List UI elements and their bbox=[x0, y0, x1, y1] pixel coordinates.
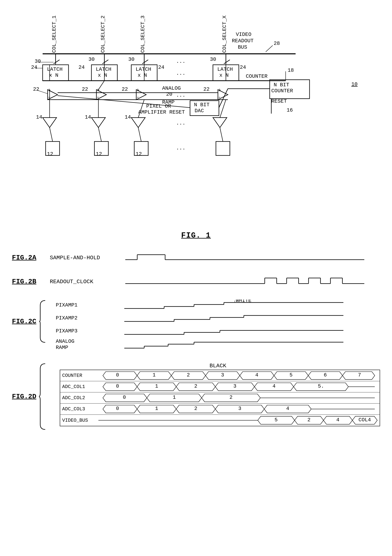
svg-text:12: 12 bbox=[47, 151, 53, 157]
svg-text:3: 3 bbox=[238, 406, 241, 412]
svg-text:N BIT: N BIT bbox=[274, 82, 289, 88]
svg-line-5 bbox=[266, 46, 273, 52]
svg-text:2: 2 bbox=[194, 406, 197, 412]
fig2d-counter-row: COUNTER 0 1 2 3 bbox=[60, 370, 380, 381]
fig2d-black-label: BLACK bbox=[56, 363, 380, 369]
svg-marker-90 bbox=[213, 118, 227, 128]
svg-text:3: 3 bbox=[234, 384, 236, 389]
fig2d-adccol2-label: ADC_COL2 bbox=[60, 395, 96, 401]
fig2b-waveform bbox=[110, 276, 380, 288]
svg-text:5: 5 bbox=[274, 417, 278, 423]
fig2d-adccol2-wave: 0 1 2 bbox=[96, 392, 380, 403]
svg-text:30: 30 bbox=[210, 56, 216, 62]
fig2c-pixamp3-row: PIXAMP3 bbox=[56, 325, 380, 336]
fig2d-signals-box: COUNTER 0 1 2 3 bbox=[60, 370, 380, 426]
svg-text:5.: 5. bbox=[318, 384, 324, 389]
fig2c-pixamp1-row: PIXAMP1 WHITE bbox=[56, 300, 380, 310]
svg-line-102 bbox=[138, 128, 141, 141]
fig2a-row: FIG.2A SAMPLE-AND-HOLD bbox=[12, 252, 380, 264]
fig2d-adccol1-label: ADC_COL1 bbox=[60, 384, 96, 389]
fig2d-counter-label: COUNTER bbox=[60, 373, 96, 378]
svg-text:COUNTER: COUNTER bbox=[271, 88, 293, 94]
fig1-title-text: FIG. 1 bbox=[181, 231, 211, 240]
svg-text:ANALOG: ANALOG bbox=[162, 85, 181, 91]
svg-text:0: 0 bbox=[116, 406, 119, 412]
svg-text:7: 7 bbox=[358, 372, 361, 378]
svg-text:10: 10 bbox=[351, 81, 358, 87]
fig2d-label-area: FIG.2D bbox=[12, 363, 52, 431]
fig2a-waveform bbox=[110, 252, 380, 264]
fig2a-label: FIG.2A bbox=[12, 254, 44, 262]
fig2b-signal-label: READOUT_CLOCK bbox=[50, 278, 106, 285]
fig2d-adccol1-row: ADC_COL1 0 1 2 3 4 bbox=[60, 381, 380, 392]
svg-text:WHITE: WHITE bbox=[236, 300, 251, 303]
fig2c-pixamp2-label: PIXAMP2 bbox=[56, 315, 88, 321]
svg-text:4: 4 bbox=[286, 406, 289, 412]
svg-text:N BIT: N BIT bbox=[194, 102, 210, 108]
svg-text:2: 2 bbox=[187, 372, 190, 378]
fig2d-videobus-label: VIDEO_BUS bbox=[60, 418, 96, 423]
svg-text:24: 24 bbox=[158, 64, 164, 70]
svg-text:READOUT: READOUT bbox=[232, 38, 254, 44]
svg-text:1: 1 bbox=[155, 384, 158, 389]
svg-text:12: 12 bbox=[96, 151, 102, 157]
svg-text:1: 1 bbox=[173, 395, 176, 401]
svg-text:LATCH: LATCH bbox=[136, 66, 151, 72]
svg-line-15 bbox=[102, 60, 108, 64]
fig2c-label-area: FIG.2C bbox=[12, 300, 52, 343]
fig2c-signals: PIXAMP1 WHITE PIXAMP2 bbox=[56, 300, 380, 351]
svg-text:4: 4 bbox=[336, 417, 339, 423]
svg-text:0: 0 bbox=[123, 395, 126, 401]
svg-text:20: 20 bbox=[166, 91, 172, 97]
svg-text:24: 24 bbox=[78, 64, 85, 70]
fig1-label: FIG. 1 bbox=[12, 231, 380, 240]
svg-text:VIDEO: VIDEO bbox=[236, 31, 251, 38]
svg-text:...: ... bbox=[176, 92, 185, 98]
fig2c-pixamp2-row: PIXAMP2 bbox=[56, 312, 380, 324]
fig2d-videobus-wave: 5 2 4 COL4 bbox=[96, 415, 380, 426]
svg-text:LATCH: LATCH bbox=[217, 66, 233, 72]
svg-line-18 bbox=[142, 60, 148, 64]
fig2d-adccol3-wave: 0 1 2 3 4 bbox=[96, 403, 380, 415]
svg-text:12: 12 bbox=[136, 151, 142, 157]
svg-text:COL_SELECT_X: COL_SELECT_X bbox=[221, 15, 227, 53]
svg-text:0: 0 bbox=[116, 372, 119, 378]
svg-text:LATCH: LATCH bbox=[96, 66, 111, 72]
svg-text:30: 30 bbox=[128, 56, 135, 62]
svg-text:x N: x N bbox=[98, 72, 107, 78]
svg-text:x N: x N bbox=[219, 72, 229, 78]
svg-text:...: ... bbox=[176, 58, 185, 64]
svg-text:COL4: COL4 bbox=[359, 417, 371, 423]
fig2a-signal-label: SAMPLE-AND-HOLD bbox=[50, 255, 106, 261]
svg-text:30: 30 bbox=[88, 56, 95, 62]
fig2d-videobus-row: VIDEO_BUS 5 2 4 COL4 bbox=[60, 415, 380, 426]
fig2d-adccol1-wave: 0 1 2 3 4 5. bbox=[96, 381, 380, 392]
svg-text:2: 2 bbox=[194, 384, 197, 389]
fig2d-counter-wave: 0 1 2 3 4 5 6 bbox=[96, 370, 380, 381]
svg-text:5: 5 bbox=[289, 372, 292, 378]
svg-text:0: 0 bbox=[116, 384, 119, 389]
svg-text:+: + bbox=[48, 87, 51, 93]
fig2c-container: FIG.2C PIXAMP1 WHITE bbox=[12, 300, 380, 351]
fig2b-label: FIG.2B bbox=[12, 278, 44, 285]
svg-rect-98 bbox=[216, 141, 230, 155]
svg-marker-185 bbox=[103, 383, 137, 391]
svg-text:...: ... bbox=[176, 145, 185, 151]
svg-line-11 bbox=[53, 60, 60, 64]
svg-text:1: 1 bbox=[155, 406, 158, 412]
fig2b-row: FIG.2B READOUT_CLOCK bbox=[12, 276, 380, 288]
svg-text:RESET: RESET bbox=[271, 98, 287, 104]
svg-text:COL_SELECT_1: COL_SELECT_1 bbox=[51, 15, 57, 53]
fig2c-pixamp1-label: PIXAMP1 bbox=[56, 302, 88, 308]
svg-text:PIXEL OR: PIXEL OR bbox=[146, 103, 171, 109]
svg-line-103 bbox=[220, 128, 223, 141]
svg-text:DAC: DAC bbox=[195, 108, 204, 114]
fig2d-label: FIG.2D bbox=[12, 393, 36, 400]
svg-marker-84 bbox=[43, 118, 57, 128]
svg-text:x N: x N bbox=[138, 72, 147, 78]
svg-text:LATCH: LATCH bbox=[47, 66, 62, 72]
svg-line-100 bbox=[50, 128, 53, 141]
page: text { font-family: 'Courier New', monos… bbox=[0, 0, 392, 556]
svg-text:4: 4 bbox=[255, 372, 258, 378]
svg-text:24: 24 bbox=[240, 64, 246, 70]
